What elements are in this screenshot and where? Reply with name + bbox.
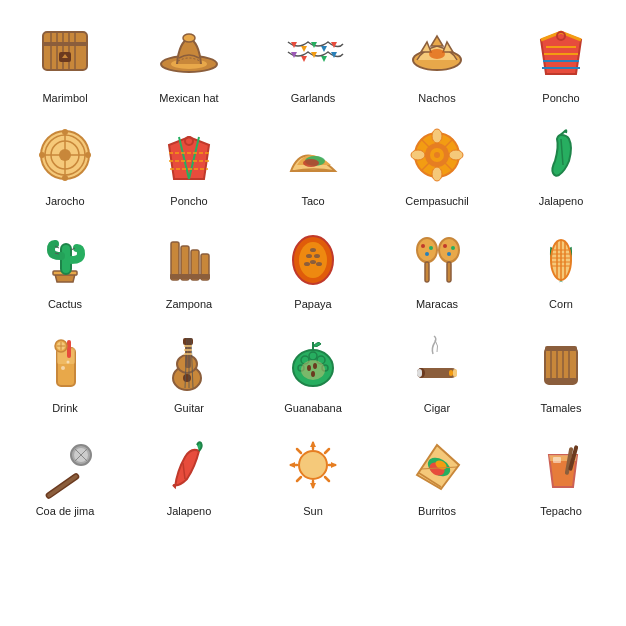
icon-zampona — [153, 222, 225, 294]
svg-rect-93 — [67, 340, 71, 358]
svg-point-79 — [443, 244, 447, 248]
svg-rect-124 — [453, 369, 457, 377]
icon-maracas — [401, 222, 473, 294]
svg-point-104 — [183, 374, 191, 382]
svg-rect-133 — [545, 378, 577, 383]
icon-tepacho — [525, 429, 597, 501]
icon-cempasuchil — [401, 119, 473, 191]
svg-point-72 — [417, 238, 437, 262]
svg-rect-126 — [449, 370, 453, 376]
icon-garlands — [277, 16, 349, 88]
item-taco: Taco — [253, 113, 373, 212]
svg-rect-63 — [170, 274, 210, 279]
label-taco: Taco — [301, 195, 324, 208]
item-poncho2: Poncho — [129, 113, 249, 212]
svg-point-98 — [61, 366, 65, 370]
svg-rect-160 — [553, 457, 561, 463]
svg-point-74 — [421, 244, 425, 248]
label-poncho1: Poncho — [542, 92, 579, 105]
svg-point-76 — [425, 252, 429, 256]
label-nachos: Nachos — [418, 92, 455, 105]
item-tepacho: Tepacho — [501, 423, 621, 522]
item-nachos: Nachos — [377, 10, 497, 109]
icon-cactus — [29, 222, 101, 294]
icon-poncho2 — [153, 119, 225, 191]
svg-point-99 — [67, 360, 70, 363]
label-jalapeno1: Jalapeno — [539, 195, 584, 208]
svg-marker-150 — [310, 483, 316, 489]
svg-point-51 — [411, 150, 425, 160]
item-marimbol: Marimbol — [5, 10, 125, 109]
svg-rect-78 — [447, 262, 451, 282]
svg-marker-25 — [443, 42, 453, 52]
icon-guitar — [153, 326, 225, 398]
svg-line-147 — [325, 449, 329, 453]
svg-marker-23 — [431, 36, 443, 46]
svg-point-34 — [62, 129, 68, 135]
svg-rect-73 — [425, 262, 429, 282]
svg-marker-15 — [321, 46, 327, 52]
svg-marker-13 — [301, 46, 307, 52]
svg-point-67 — [314, 254, 320, 258]
svg-point-69 — [304, 262, 310, 266]
svg-point-70 — [316, 262, 322, 266]
svg-point-140 — [299, 451, 327, 479]
item-guitar: Guitar — [129, 320, 249, 419]
item-tamales: Tamales — [501, 320, 621, 419]
svg-point-120 — [313, 363, 317, 369]
svg-marker-24 — [421, 42, 431, 52]
svg-point-121 — [311, 371, 315, 377]
item-coa-de-jima: Coa de jima — [5, 423, 125, 522]
item-garlands: Garlands — [253, 10, 373, 109]
svg-line-146 — [325, 477, 329, 481]
svg-marker-151 — [289, 462, 295, 468]
item-jalapeno2: Jalapeno — [129, 423, 249, 522]
label-marimbol: Marimbol — [42, 92, 87, 105]
svg-point-40 — [303, 159, 319, 167]
label-coa-de-jima: Coa de jima — [36, 505, 95, 518]
svg-point-26 — [429, 49, 445, 59]
svg-marker-149 — [310, 441, 316, 447]
icon-taco — [277, 119, 349, 191]
svg-point-37 — [85, 152, 91, 158]
svg-marker-18 — [301, 56, 307, 62]
item-jarocho: Jarocho — [5, 113, 125, 212]
item-zampona: Zampona — [129, 216, 249, 315]
svg-rect-132 — [545, 346, 577, 351]
svg-marker-20 — [321, 56, 327, 62]
label-cactus: Cactus — [48, 298, 82, 311]
label-guitar: Guitar — [174, 402, 204, 415]
item-maracas: Maracas — [377, 216, 497, 315]
icon-sun — [277, 429, 349, 501]
svg-point-80 — [451, 246, 455, 250]
svg-point-66 — [306, 254, 312, 258]
svg-point-48 — [434, 152, 440, 158]
label-cigar: Cigar — [424, 402, 450, 415]
label-mexican-hat: Mexican hat — [159, 92, 218, 105]
icon-grid: Marimbol Mexican hat — [0, 0, 626, 532]
svg-line-145 — [297, 449, 301, 453]
label-cempasuchil: Cempasuchil — [405, 195, 469, 208]
item-burritos: Burritos — [377, 423, 497, 522]
svg-point-49 — [432, 129, 442, 143]
label-guanabana: Guanabana — [284, 402, 342, 415]
item-cempasuchil: Cempasuchil — [377, 113, 497, 212]
item-poncho1: Poncho — [501, 10, 621, 109]
svg-line-148 — [297, 477, 301, 481]
icon-mexican-hat — [153, 16, 225, 88]
label-garlands: Garlands — [291, 92, 336, 105]
label-burritos: Burritos — [418, 505, 456, 518]
item-cigar: Cigar — [377, 320, 497, 419]
svg-point-52 — [449, 150, 463, 160]
item-papaya: Papaya — [253, 216, 373, 315]
svg-point-71 — [310, 248, 316, 252]
icon-coa-de-jima — [29, 429, 101, 501]
label-tepacho: Tepacho — [540, 505, 582, 518]
icon-jalapeno2 — [153, 429, 225, 501]
label-papaya: Papaya — [294, 298, 331, 311]
label-drink: Drink — [52, 402, 78, 415]
svg-rect-0 — [43, 32, 87, 70]
label-jarocho: Jarocho — [45, 195, 84, 208]
icon-marimbol — [29, 16, 101, 88]
label-poncho2: Poncho — [170, 195, 207, 208]
